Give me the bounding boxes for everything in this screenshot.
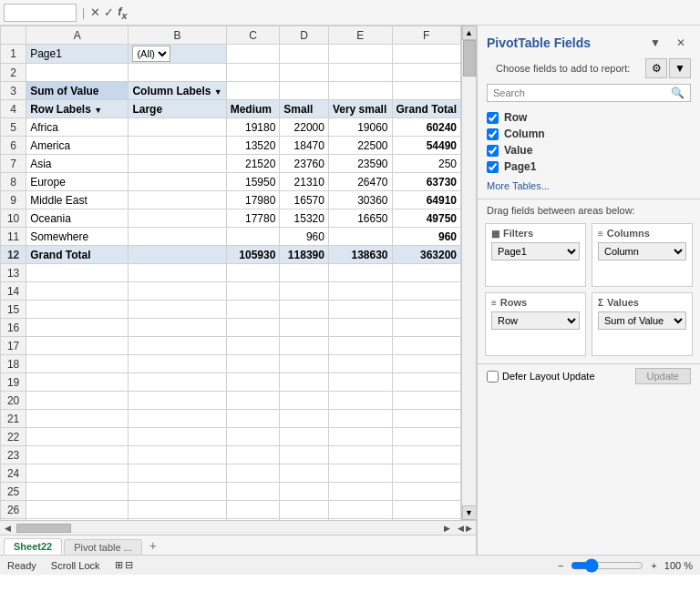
tab-pivot-table[interactable]: Pivot table ...: [64, 539, 142, 555]
cell-d3[interactable]: [280, 82, 329, 100]
dropdown-arrow-btn[interactable]: ▼: [669, 58, 691, 78]
cell-c9[interactable]: 17980: [226, 191, 280, 209]
field-checkbox-column[interactable]: [487, 128, 499, 140]
scroll-right-btn[interactable]: ▶: [439, 521, 454, 536]
cell-b1[interactable]: (All): [129, 45, 226, 64]
cell-f8[interactable]: 63730: [392, 173, 460, 191]
tab-sheet22[interactable]: Sheet22: [4, 538, 62, 555]
cell-a6[interactable]: America: [26, 137, 129, 155]
add-sheet-btn[interactable]: +: [144, 536, 162, 555]
cell-c10[interactable]: 17780: [226, 209, 280, 228]
cell-ref-input[interactable]: A3: [4, 4, 77, 22]
cell-d11[interactable]: 960: [280, 228, 329, 246]
scroll-up-btn[interactable]: ▲: [462, 26, 477, 40]
cell-f5[interactable]: 60240: [392, 118, 460, 137]
field-checkbox-value[interactable]: [487, 145, 499, 157]
cell-f9[interactable]: 64910: [392, 191, 460, 209]
cell-e4[interactable]: Very small: [328, 100, 392, 118]
col-header-a[interactable]: A: [26, 26, 129, 45]
more-tables-link[interactable]: More Tables...: [478, 179, 700, 199]
defer-checkbox[interactable]: [487, 371, 499, 383]
cell-d7[interactable]: 23760: [280, 155, 329, 173]
col-header-f[interactable]: F: [392, 26, 460, 45]
cell-b8[interactable]: [129, 173, 226, 191]
cell-d8[interactable]: 21310: [280, 173, 329, 191]
cell-c2[interactable]: [226, 64, 280, 82]
vertical-scrollbar[interactable]: ▲ ▼: [461, 26, 476, 520]
gear-icon-btn[interactable]: ⚙: [645, 58, 667, 78]
cell-f12[interactable]: 363200: [392, 246, 460, 264]
cell-f7[interactable]: 250: [392, 155, 460, 173]
col-header-b[interactable]: B: [129, 26, 226, 45]
scroll-track[interactable]: [463, 40, 476, 505]
cell-c4[interactable]: Medium: [226, 100, 280, 118]
col-header-c[interactable]: C: [226, 26, 280, 45]
cell-a12[interactable]: Grand Total: [26, 246, 129, 264]
cell-a5[interactable]: Africa: [26, 118, 129, 137]
cell-d6[interactable]: 18470: [280, 137, 329, 155]
prev-sheet-btn[interactable]: ◀: [458, 524, 464, 533]
cell-a2[interactable]: [26, 64, 129, 82]
pivot-close-btn[interactable]: ✕: [671, 33, 691, 53]
cell-a9[interactable]: Middle East: [26, 191, 129, 209]
cell-d5[interactable]: 22000: [280, 118, 329, 137]
cell-b3[interactable]: Column Labels ▼: [129, 82, 226, 100]
field-checkbox-page1[interactable]: [487, 161, 499, 173]
cell-c6[interactable]: 13520: [226, 137, 280, 155]
cell-d1[interactable]: [280, 45, 329, 64]
cancel-icon[interactable]: ✕: [90, 5, 100, 19]
cell-e1[interactable]: [328, 45, 392, 64]
cell-a11[interactable]: Somewhere: [26, 228, 129, 246]
columns-select[interactable]: Column: [598, 242, 686, 260]
zoom-plus-btn[interactable]: +: [651, 560, 656, 571]
horizontal-scrollbar[interactable]: ◀ ▶ ◀ ▶: [0, 520, 476, 535]
cell-c5[interactable]: 19180: [226, 118, 280, 137]
values-select[interactable]: Sum of Value: [598, 311, 686, 330]
cell-a8[interactable]: Europe: [26, 173, 129, 191]
cell-f3[interactable]: [392, 82, 460, 100]
cell-c3[interactable]: [226, 82, 280, 100]
cell-d4[interactable]: Small: [280, 100, 329, 118]
scroll-down-btn[interactable]: ▼: [462, 505, 477, 520]
cell-f11[interactable]: 960: [392, 228, 460, 246]
cell-e12[interactable]: 138630: [328, 246, 392, 264]
pivot-options-btn[interactable]: ▼: [645, 33, 665, 53]
cell-a3[interactable]: Sum of Value: [26, 82, 129, 100]
cell-e10[interactable]: 16650: [328, 209, 392, 228]
cell-c7[interactable]: 21520: [226, 155, 280, 173]
cell-a10[interactable]: Oceania: [26, 209, 129, 228]
zoom-slider[interactable]: [571, 558, 643, 573]
cell-e2[interactable]: [328, 64, 392, 82]
cell-d2[interactable]: [280, 64, 329, 82]
cell-c12[interactable]: 105930: [226, 246, 280, 264]
cell-d10[interactable]: 15320: [280, 209, 329, 228]
cell-c8[interactable]: 15950: [226, 173, 280, 191]
cell-b4[interactable]: Large: [129, 100, 226, 118]
cell-b12[interactable]: [129, 246, 226, 264]
formula-input[interactable]: Sum of Value: [131, 5, 697, 21]
rows-select[interactable]: Row: [491, 311, 580, 330]
cell-f1[interactable]: [392, 45, 460, 64]
search-input[interactable]: [493, 87, 671, 98]
cell-b2[interactable]: [129, 64, 226, 82]
cell-f2[interactable]: [392, 64, 460, 82]
cell-f4[interactable]: Grand Total: [392, 100, 460, 118]
page-filter-select[interactable]: (All): [132, 46, 170, 62]
function-icon[interactable]: fx: [118, 5, 127, 21]
cell-d9[interactable]: 16570: [280, 191, 329, 209]
next-sheet-btn[interactable]: ▶: [466, 524, 472, 533]
cell-e5[interactable]: 19060: [328, 118, 392, 137]
cell-a7[interactable]: Asia: [26, 155, 129, 173]
field-checkbox-row[interactable]: [487, 112, 499, 124]
cell-b5[interactable]: [129, 118, 226, 137]
cell-e9[interactable]: 30360: [328, 191, 392, 209]
cell-f6[interactable]: 54490: [392, 137, 460, 155]
cell-e8[interactable]: 26470: [328, 173, 392, 191]
cell-a1[interactable]: Page1: [26, 45, 129, 64]
filters-select[interactable]: Page1: [491, 242, 580, 260]
cell-b10[interactable]: [129, 209, 226, 228]
cell-e11[interactable]: [328, 228, 392, 246]
cell-b11[interactable]: [129, 228, 226, 246]
confirm-icon[interactable]: ✓: [104, 5, 114, 19]
zoom-minus-btn[interactable]: −: [558, 560, 563, 571]
